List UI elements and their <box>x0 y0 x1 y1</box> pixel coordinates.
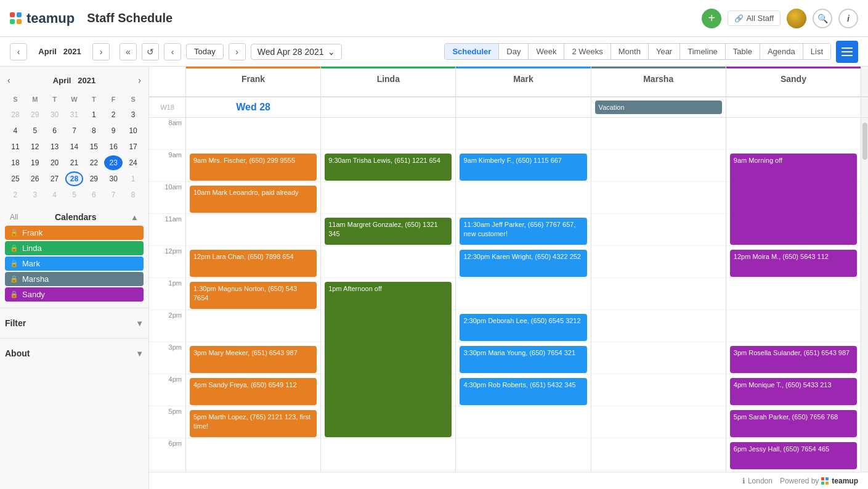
prev-day-button[interactable]: ‹ <box>164 43 181 60</box>
mini-cal-day[interactable]: 2 <box>6 187 25 202</box>
mini-cal-day[interactable]: 28 <box>65 171 84 186</box>
mini-cal-day[interactable]: 15 <box>84 139 103 154</box>
event-mark[interactable]: 4:30pm Rob Roberts, (651) 5432 345 <box>460 378 586 405</box>
mini-cal-day[interactable]: 29 <box>26 107 44 122</box>
mini-cal-day[interactable]: 4 <box>6 123 25 138</box>
mini-cal-day[interactable]: 18 <box>6 155 25 170</box>
mini-cal-day[interactable]: 9 <box>104 123 123 138</box>
mini-cal-day[interactable]: 31 <box>65 107 84 122</box>
vacation-event[interactable]: Vacation <box>595 101 722 114</box>
event-frank[interactable]: 4pm Sandy Freya, (650) 6549 112 <box>190 378 317 405</box>
mini-cal-day[interactable]: 27 <box>46 171 64 186</box>
tab-week[interactable]: Week <box>529 44 564 59</box>
tab-agenda[interactable]: Agenda <box>760 44 803 59</box>
add-event-button[interactable]: + <box>702 9 721 28</box>
menu-button[interactable] <box>836 41 858 63</box>
event-linda[interactable]: 1pm Afternoon off <box>325 282 452 437</box>
mini-cal-prev[interactable]: ‹ <box>5 74 13 86</box>
tab-month[interactable]: Month <box>611 44 649 59</box>
mini-cal-day[interactable]: 8 <box>84 123 103 138</box>
calendar-item-linda[interactable]: 🔒Linda <box>5 241 144 255</box>
search-button[interactable]: 🔍 <box>813 9 832 28</box>
mini-cal-day[interactable]: 19 <box>26 155 44 170</box>
event-sandy[interactable]: 4pm Monique T., (650) 5433 213 <box>730 378 857 405</box>
mini-cal-day[interactable]: 11 <box>6 139 25 154</box>
event-frank[interactable]: 1:30pm Magnus Norton, (650) 543 7654 <box>190 282 317 309</box>
mini-cal-day[interactable]: 23 <box>104 155 123 170</box>
avatar[interactable] <box>787 9 806 28</box>
mini-cal-day[interactable]: 6 <box>46 123 64 138</box>
event-linda[interactable]: 11am Margret Gonzalez, (650) 1321 345 <box>325 218 452 245</box>
mini-cal-day[interactable]: 20 <box>46 155 64 170</box>
mini-cal-day[interactable]: 5 <box>65 187 84 202</box>
calendar-item-sandy[interactable]: 🔒Sandy <box>5 287 144 302</box>
event-frank[interactable]: 12pm Lara Chan, (650) 7898 654 <box>190 250 317 277</box>
event-sandy[interactable]: 12pm Moira M., (650) 5643 112 <box>730 250 857 277</box>
tab-day[interactable]: Day <box>499 44 529 59</box>
about-header[interactable]: About ▼ <box>5 345 144 362</box>
mini-cal-next[interactable]: › <box>136 74 144 86</box>
event-frank[interactable]: 10am Mark Leoandro, paid already <box>190 186 317 213</box>
event-linda[interactable]: 9:30am Trisha Lewis, (651) 1221 654 <box>325 154 452 181</box>
event-sandy[interactable]: 5pm Sarah Parker, (650) 7656 768 <box>730 410 857 437</box>
tab-2weeks[interactable]: 2 Weeks <box>564 44 610 59</box>
mini-cal-day[interactable]: 2 <box>104 107 123 122</box>
refresh-button[interactable]: ↺ <box>142 43 159 60</box>
mini-cal-day[interactable]: 1 <box>124 171 142 186</box>
event-mark[interactable]: 2:30pm Deborah Lee, (650) 6545 3212 <box>460 314 586 341</box>
tab-list[interactable]: List <box>803 44 830 59</box>
mini-cal-day[interactable]: 8 <box>124 187 142 202</box>
prev-month-button[interactable]: ‹ <box>10 43 27 60</box>
mini-cal-day[interactable]: 21 <box>65 155 84 170</box>
calendar-item-marsha[interactable]: 🔒Marsha <box>5 272 144 286</box>
tab-year[interactable]: Year <box>649 44 680 59</box>
mini-cal-day[interactable]: 7 <box>104 187 123 202</box>
event-mark[interactable]: 9am Kimberly F., (650) 1115 667 <box>460 154 586 181</box>
mini-cal-day[interactable]: 13 <box>46 139 64 154</box>
mini-cal-day[interactable]: 22 <box>84 155 103 170</box>
mini-cal-day[interactable]: 3 <box>26 187 44 202</box>
filter-header[interactable]: Filter ▼ <box>5 314 144 332</box>
date-display[interactable]: Wed Apr 28 2021 ⌄ <box>251 44 342 60</box>
mini-cal-day[interactable]: 7 <box>65 123 84 138</box>
next-month-button[interactable]: › <box>92 43 110 60</box>
mini-cal-day[interactable]: 30 <box>104 171 123 186</box>
mini-cal-day[interactable]: 12 <box>26 139 44 154</box>
mini-cal-day[interactable]: 14 <box>65 139 84 154</box>
event-sandy[interactable]: 6pm Jessy Hall, (650) 7654 465 <box>730 442 857 469</box>
mini-cal-day[interactable]: 10 <box>124 123 142 138</box>
event-mark[interactable]: 3:30pm Maria Young, (650) 7654 321 <box>460 346 586 373</box>
all-staff-button[interactable]: 🔗 All Staff <box>728 10 781 26</box>
mini-cal-day[interactable]: 16 <box>104 139 123 154</box>
today-button[interactable]: Today <box>186 44 224 59</box>
event-sandy[interactable]: 3pm Rosella Sulander, (651) 6543 987 <box>730 346 857 373</box>
info-button[interactable]: i <box>838 9 858 28</box>
mini-cal-day[interactable]: 6 <box>84 187 103 202</box>
next-day-button[interactable]: › <box>229 43 246 60</box>
mini-cal-day[interactable]: 29 <box>84 171 103 186</box>
scroll-track[interactable] <box>861 118 868 472</box>
mini-cal-day[interactable]: 30 <box>46 107 64 122</box>
event-sandy[interactable]: 9am Morning off <box>730 154 857 245</box>
mini-cal-day[interactable]: 1 <box>84 107 103 122</box>
tab-scheduler[interactable]: Scheduler <box>445 44 499 59</box>
calendars-section-header[interactable]: All Calendars ▲ <box>5 208 144 226</box>
event-mark[interactable]: 12:30pm Karen Wright, (650) 4322 252 <box>460 250 586 277</box>
mini-cal-day[interactable]: 3 <box>124 107 142 122</box>
event-frank[interactable]: 9am Mrs. Fischer, (650) 299 9555 <box>190 154 317 181</box>
mini-cal-day[interactable]: 24 <box>124 155 142 170</box>
mini-cal-day[interactable]: 17 <box>124 139 142 154</box>
event-mark[interactable]: 11:30am Jeff Parker, (656) 7767 657, new… <box>460 218 586 245</box>
calendar-item-mark[interactable]: 🔒Mark <box>5 257 144 271</box>
mini-cal-day[interactable]: 25 <box>6 171 25 186</box>
scroll-thumb[interactable] <box>862 123 867 160</box>
event-frank[interactable]: 3pm Mary Meeker, (651) 6543 987 <box>190 346 317 373</box>
tab-table[interactable]: Table <box>726 44 760 59</box>
mini-cal-day[interactable]: 28 <box>6 107 25 122</box>
mini-cal-day[interactable]: 5 <box>26 123 44 138</box>
double-prev-button[interactable]: « <box>120 43 137 60</box>
calendar-item-frank[interactable]: 🔒Frank <box>5 226 144 240</box>
mini-cal-day[interactable]: 26 <box>26 171 44 186</box>
mini-cal-day[interactable]: 4 <box>46 187 64 202</box>
event-frank[interactable]: 5pm Marth Lopez, (765) 2121 123, first t… <box>190 410 317 437</box>
